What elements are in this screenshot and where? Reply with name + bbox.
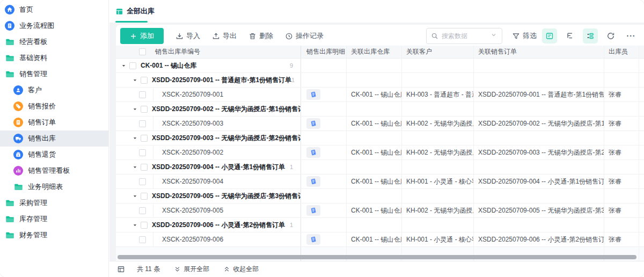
- collapse-arrow-icon[interactable]: [131, 194, 138, 199]
- import-button[interactable]: 导入: [175, 31, 200, 41]
- add-button[interactable]: 添加: [120, 28, 164, 44]
- group-list-view-icon: [586, 32, 595, 40]
- detail-link[interactable]: [306, 205, 320, 216]
- row-checkbox[interactable]: [139, 236, 146, 243]
- sidebar-item-purchase-management[interactable]: 采购管理: [0, 195, 108, 211]
- table-row: XSCK-20250709-006CK-001 -- 锡山仓库KH-001 - …: [116, 232, 644, 247]
- collapse-arrow-icon[interactable]: [131, 107, 138, 112]
- search-box[interactable]: [426, 28, 502, 44]
- horizontal-scrollbar[interactable]: [118, 255, 636, 259]
- row-checkbox[interactable]: [141, 77, 148, 84]
- collapse-arrow-icon[interactable]: [131, 136, 138, 141]
- table-row: XSCK-20250709-002CK-001 -- 锡山仓库KH-002 - …: [116, 145, 644, 160]
- detail-link[interactable]: [306, 89, 320, 100]
- cell-extra: [639, 203, 644, 217]
- group-list-view-button[interactable]: [583, 28, 598, 43]
- cell-extra: [639, 218, 644, 232]
- group-title: CK-001 -- 锡山仓库: [141, 61, 196, 70]
- row-checkbox[interactable]: [139, 149, 146, 156]
- table-header-row: 销售出库单编号销售出库明细关联出库仓库关联客户关联销售订单出库员: [116, 46, 644, 59]
- detail-link[interactable]: [306, 234, 320, 245]
- collapse-arrow-icon[interactable]: [131, 78, 138, 83]
- row-checkbox[interactable]: [141, 222, 148, 229]
- row-checkbox[interactable]: [141, 135, 148, 142]
- collapse-arrow-icon[interactable]: [120, 63, 127, 68]
- collapse-arrow-icon[interactable]: [131, 223, 138, 228]
- group-row: XSDD-20250709-001 -- 普通超市-第1份销售订单1: [116, 73, 644, 88]
- user-icon: [13, 85, 23, 95]
- app-window: 首页业务流程图经营看板基础资料销售管理客户销售报价销售订单销售出库销售退货销售管…: [0, 0, 644, 277]
- sidebar-item-sales-management[interactable]: 销售管理: [0, 66, 108, 82]
- sidebar-item-home[interactable]: 首页: [0, 2, 108, 18]
- toolbar-right: 筛选 ···: [426, 28, 639, 44]
- cell-wh: CK-001 -- 锡山仓库: [347, 203, 402, 217]
- cell-order: XSDD-20250709-006 -- 小灵通-第2份销售订单: [474, 232, 604, 246]
- tab-all-outbound[interactable]: 全部出库: [115, 0, 155, 23]
- expand-all-button[interactable]: 展开全部: [174, 265, 209, 274]
- row-checkbox[interactable]: [139, 207, 146, 214]
- group-count: 1: [291, 77, 301, 83]
- row-checkbox[interactable]: [141, 106, 148, 113]
- cell-text: KH-002 - 无锡华为函授店 ...: [406, 148, 474, 157]
- folder-icon: [5, 198, 14, 208]
- sidebar-item-sales-order[interactable]: 销售订单: [0, 114, 108, 130]
- clock-icon: [285, 32, 293, 40]
- sidebar-item-label: 经营看板: [19, 37, 47, 47]
- sidebar-item-finance-management[interactable]: 财务管理: [0, 227, 108, 243]
- row-checkbox[interactable]: [139, 91, 146, 98]
- sidebar-item-basic-data[interactable]: 基础资料: [0, 50, 108, 66]
- row-checkbox[interactable]: [139, 178, 146, 185]
- sidebar-item-business-flow[interactable]: 业务流程图: [0, 18, 108, 34]
- cell-code: XSDD-20250709-006 -- 小灵通-第2份销售订单1: [116, 218, 301, 232]
- tree-view-button[interactable]: [562, 28, 577, 43]
- search-input[interactable]: [442, 32, 490, 40]
- cell-text: CK-001 -- 锡山仓库: [351, 119, 402, 128]
- group-title: XSDD-20250709-002 -- 无锡华为函授店-第1份销售订单: [152, 105, 301, 114]
- cell-text: KH-001 - 小灵通 - 核心客户: [406, 235, 474, 244]
- cell-cust: [402, 59, 474, 72]
- row-checkbox[interactable]: [141, 164, 148, 171]
- more-button[interactable]: ···: [624, 28, 639, 43]
- sidebar-item-business-detail[interactable]: 业务明细表: [0, 179, 108, 195]
- sidebar-item-inventory-management[interactable]: 库存管理: [0, 211, 108, 227]
- operation-log-button[interactable]: 操作记录: [285, 31, 324, 41]
- refresh-button[interactable]: [603, 28, 618, 43]
- detail-link[interactable]: [306, 118, 320, 129]
- detail-link[interactable]: [306, 147, 320, 158]
- column-header-label: 关联客户: [406, 47, 432, 56]
- sidebar-item-sales-outbound[interactable]: 销售出库: [0, 130, 108, 147]
- column-header-label: 销售出库明细: [306, 47, 345, 56]
- sidebar-item-label: 库存管理: [19, 214, 47, 224]
- sidebar-item-sales-return[interactable]: 销售退货: [0, 147, 108, 163]
- cell-cust: KH-001 - 小灵通 - 核心客户: [402, 174, 474, 188]
- cell-wh: [347, 102, 402, 116]
- cell-clerk: [604, 189, 639, 203]
- group-row: XSDD-20250709-004 -- 小灵通-第1份销售订单1: [116, 160, 644, 174]
- sidebar-item-sales-dashboard[interactable]: 销售管理看板: [0, 163, 108, 179]
- group-summary-icon[interactable]: [117, 265, 125, 273]
- sidebar-item-sales-quote[interactable]: 销售报价: [0, 98, 108, 114]
- cell-clerk: 张睿: [604, 88, 639, 101]
- filter-button[interactable]: 筛选: [512, 31, 537, 41]
- cell-wh: [347, 189, 402, 203]
- row-checkbox[interactable]: [139, 120, 146, 127]
- sidebar-item-customer[interactable]: 客户: [0, 82, 108, 98]
- form-view-button[interactable]: [542, 28, 557, 43]
- sidebar-item-operation-board[interactable]: 经营看板: [0, 34, 108, 50]
- cell-extra: [639, 131, 644, 145]
- select-all-checkbox[interactable]: [139, 48, 146, 55]
- tag-icon: [13, 101, 23, 111]
- detail-icon: [310, 91, 317, 98]
- collapse-all-button[interactable]: 收起全部: [223, 265, 259, 274]
- detail-link[interactable]: [306, 176, 320, 187]
- cell-detail: [301, 160, 347, 174]
- delete-button[interactable]: 删除: [248, 31, 273, 41]
- row-checkbox[interactable]: [141, 193, 148, 200]
- folder-icon: [5, 230, 14, 240]
- column-header-label: 销售出库单编号: [155, 47, 200, 56]
- chevron-down-icon[interactable]: [490, 31, 497, 41]
- row-checkbox[interactable]: [129, 62, 136, 69]
- cell-text: 张睿: [609, 235, 621, 244]
- collapse-arrow-icon[interactable]: [131, 165, 138, 170]
- export-button[interactable]: 导出: [212, 31, 237, 41]
